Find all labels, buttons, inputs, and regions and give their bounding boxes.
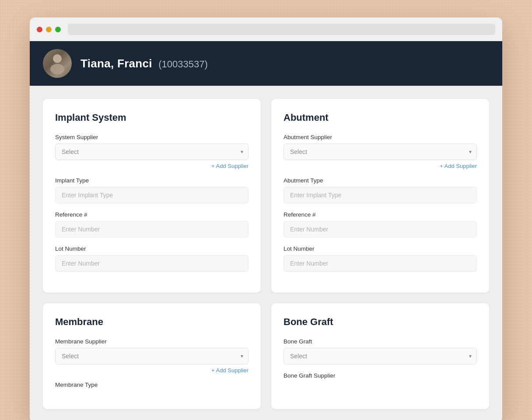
abutment-card: Abutment Abutment Supplier Select ▾ + Ad… <box>271 99 489 293</box>
avatar <box>43 49 72 78</box>
abutment-supplier-label: Abutment Supplier <box>284 134 477 140</box>
implant-type-input[interactable] <box>55 187 248 203</box>
abutment-type-group: Abutment Type <box>284 177 477 203</box>
implant-reference-group: Reference # <box>55 211 248 238</box>
implant-lot-group: Lot Number <box>55 245 248 272</box>
abutment-reference-input[interactable] <box>284 221 477 238</box>
membrane-supplier-select[interactable]: Select <box>55 348 248 364</box>
address-bar <box>68 24 495 35</box>
bone-graft-supplier-group: Bone Graft Supplier <box>284 372 477 379</box>
bone-graft-supplier-label: Bone Graft Supplier <box>284 372 477 379</box>
system-supplier-select-wrapper: Select ▾ <box>55 144 248 160</box>
bone-graft-label: Bone Graft <box>284 338 477 345</box>
membrane-add-supplier-link[interactable]: + Add Supplier <box>55 367 248 374</box>
abutment-reference-label: Reference # <box>284 211 477 218</box>
abutment-supplier-group: Abutment Supplier Select ▾ + Add Supplie… <box>284 134 477 169</box>
svg-point-0 <box>53 54 62 63</box>
add-supplier-link[interactable]: + Add Supplier <box>55 163 248 169</box>
membrane-supplier-label: Membrane Supplier <box>55 338 248 345</box>
implant-reference-label: Reference # <box>55 211 248 218</box>
patient-info: Tiana, Franci (10033537) <box>80 57 208 70</box>
implant-lot-input[interactable] <box>55 255 248 272</box>
system-supplier-group: System Supplier Select ▾ + Add Supplier <box>55 134 248 169</box>
abutment-lot-label: Lot Number <box>284 245 477 252</box>
membrane-supplier-select-wrapper: Select ▾ <box>55 348 248 364</box>
abutment-supplier-select-wrapper: Select ▾ <box>284 144 477 160</box>
minimize-button[interactable] <box>46 27 52 32</box>
membrane-card: Membrane Membrane Supplier Select ▾ + Ad… <box>43 303 261 409</box>
titlebar <box>30 18 502 41</box>
abutment-type-label: Abutment Type <box>284 177 477 184</box>
abutment-lot-group: Lot Number <box>284 245 477 272</box>
implant-type-group: Implant Type <box>55 177 248 203</box>
bone-graft-select-wrapper: Select ▾ <box>284 348 477 364</box>
membrane-title: Membrane <box>55 316 248 328</box>
abutment-add-supplier-link[interactable]: + Add Supplier <box>284 163 477 169</box>
abutment-title: Abutment <box>284 112 477 123</box>
implant-reference-input[interactable] <box>55 221 248 238</box>
implant-system-card: Implant System System Supplier Select ▾ … <box>43 99 261 293</box>
maximize-button[interactable] <box>55 27 61 32</box>
abutment-supplier-select[interactable]: Select <box>284 144 477 160</box>
close-button[interactable] <box>37 27 42 32</box>
main-window: Tiana, Franci (10033537) Implant System … <box>30 18 502 420</box>
avatar-image <box>43 49 72 78</box>
abutment-reference-group: Reference # <box>284 211 477 238</box>
system-supplier-select[interactable]: Select <box>55 144 248 160</box>
membrane-type-label: Membrane Type <box>55 382 248 388</box>
content-area: Implant System System Supplier Select ▾ … <box>30 86 502 420</box>
bone-graft-title: Bone Graft <box>284 316 477 328</box>
bone-graft-card: Bone Graft Bone Graft Select ▾ Bone Graf… <box>271 303 489 409</box>
membrane-type-group: Membrane Type <box>55 382 248 388</box>
implant-system-title: Implant System <box>55 112 248 123</box>
abutment-type-input[interactable] <box>284 187 477 203</box>
implant-lot-label: Lot Number <box>55 245 248 252</box>
bone-graft-select[interactable]: Select <box>284 348 477 364</box>
abutment-lot-input[interactable] <box>284 255 477 272</box>
svg-point-1 <box>50 64 64 74</box>
patient-header: Tiana, Franci (10033537) <box>30 41 502 86</box>
patient-name: Tiana, Franci <box>80 57 152 70</box>
system-supplier-label: System Supplier <box>55 134 248 140</box>
patient-id: (10033537) <box>158 59 208 70</box>
implant-type-label: Implant Type <box>55 177 248 184</box>
membrane-supplier-group: Membrane Supplier Select ▾ + Add Supplie… <box>55 338 248 374</box>
bone-graft-group: Bone Graft Select ▾ <box>284 338 477 364</box>
